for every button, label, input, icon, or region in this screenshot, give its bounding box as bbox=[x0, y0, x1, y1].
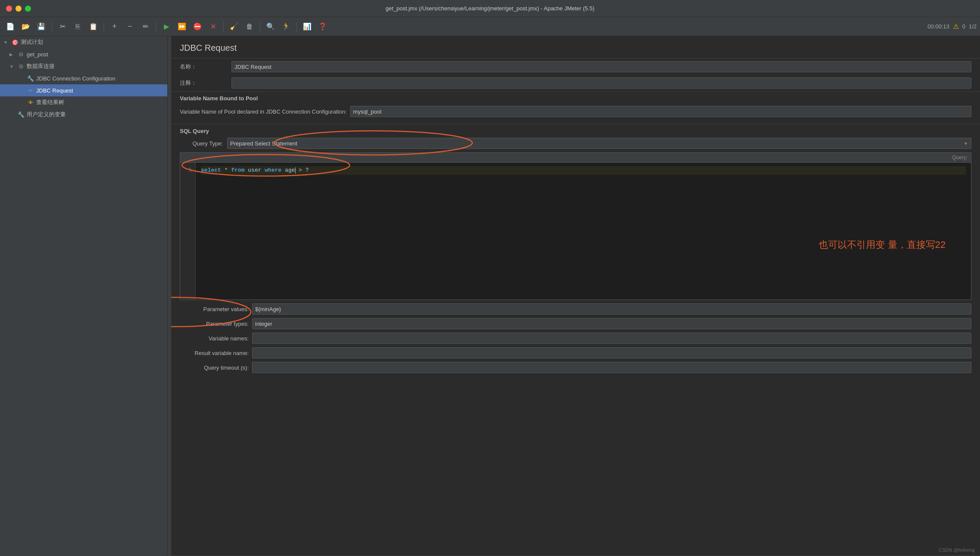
sidebar-item-jdbc-request[interactable]: ▶ ✏ JDBC Request bbox=[0, 84, 167, 96]
code-field: age bbox=[285, 166, 295, 175]
sidebar: ▼ 🎯 测试计划 ▶ ⚙ get_post ▼ ⚙ 数据库连接 ▶ 🔧 JDBC… bbox=[0, 36, 168, 556]
arrow-icon: ▼ bbox=[9, 64, 15, 69]
variable-name-title: Variable Name Bound to Pool bbox=[180, 95, 971, 102]
toolbar-right: 00:00:13 ⚠ 0 1/2 bbox=[928, 22, 977, 31]
content-area: JDBC Request 名称： 注释： Variable Name Bound… bbox=[171, 36, 980, 556]
window-controls bbox=[6, 6, 31, 12]
variable-name-section: Variable Name Bound to Pool Variable Nam… bbox=[171, 91, 980, 122]
open-button[interactable]: 📂 bbox=[19, 20, 33, 34]
title-bar: get_post.jmx (/Users/chensiyue/Learning/… bbox=[0, 0, 980, 17]
pool-input[interactable] bbox=[350, 106, 971, 117]
variable-names-input[interactable] bbox=[252, 333, 971, 344]
query-type-select-wrapper: Select StatementUpdate StatementCallable… bbox=[227, 138, 971, 149]
name-row: 名称： bbox=[171, 59, 980, 75]
warning-icon: ⚠ bbox=[953, 22, 959, 31]
parameter-types-input[interactable] bbox=[252, 318, 971, 329]
search-button[interactable]: 🔍 bbox=[264, 20, 277, 34]
kw-select: select bbox=[201, 166, 221, 175]
code-space5 bbox=[281, 166, 285, 175]
query-editor-container: Query: 1 select * from user bbox=[180, 152, 971, 300]
parameter-values-row: Parameter values: bbox=[171, 302, 980, 316]
start-no-pauses-button[interactable]: ⏩ bbox=[175, 20, 189, 34]
error-count: 0 bbox=[962, 23, 965, 30]
result-variable-label: Result variable name: bbox=[180, 350, 249, 356]
result-tree-icon: 👁 bbox=[27, 99, 34, 106]
variable-names-label: Variable names: bbox=[180, 335, 249, 342]
jdbc-config-icon: 🔧 bbox=[27, 74, 34, 82]
query-timeout-label: Query timeout (s): bbox=[180, 364, 249, 371]
cut-button[interactable]: ✂ bbox=[55, 20, 69, 34]
splitter[interactable]: ⋮ bbox=[168, 36, 171, 556]
code-table: user bbox=[248, 166, 261, 175]
timer-display: 00:00:13 bbox=[928, 23, 949, 30]
sidebar-item-label: 查看结果树 bbox=[36, 99, 64, 106]
query-timeout-row: Query timeout (s): bbox=[171, 360, 980, 375]
sidebar-item-user-vars[interactable]: ▶ 🔧 用户定义的变量 bbox=[0, 108, 167, 120]
kw-from: from bbox=[231, 166, 244, 175]
sidebar-item-result-tree[interactable]: ▶ 👁 查看结果树 bbox=[0, 96, 167, 108]
clear-button[interactable]: 🧹 bbox=[227, 20, 241, 34]
line-number-1: 1 bbox=[184, 166, 192, 175]
separator-3 bbox=[156, 22, 156, 32]
minimize-button[interactable] bbox=[15, 6, 22, 12]
add-button[interactable]: + bbox=[108, 20, 121, 34]
parameter-values-input[interactable] bbox=[252, 303, 971, 315]
pool-label: Variable Name of Pool declared in JDBC C… bbox=[180, 108, 347, 115]
code-space bbox=[221, 166, 225, 175]
code-line-1: select * from user where age bbox=[201, 166, 966, 175]
paste-button[interactable]: 📋 bbox=[86, 20, 100, 34]
edit-button[interactable]: ✏ bbox=[139, 20, 152, 34]
sidebar-item-label: JDBC Connection Configuration bbox=[36, 75, 115, 82]
sidebar-item-jdbc-config[interactable]: ▶ 🔧 JDBC Connection Configuration bbox=[0, 72, 167, 84]
pool-row: Variable Name of Pool declared in JDBC C… bbox=[180, 104, 971, 119]
sidebar-item-label: 测试计划 bbox=[21, 38, 43, 46]
get-post-icon: ⚙ bbox=[17, 50, 25, 58]
clear-all-button[interactable]: 🗑 bbox=[243, 20, 256, 34]
parameter-values-label: Parameter values: bbox=[180, 306, 249, 312]
code-space2 bbox=[228, 166, 231, 175]
comment-input[interactable] bbox=[231, 77, 971, 89]
result-variable-row: Result variable name: bbox=[171, 346, 980, 360]
help-button[interactable]: ❓ bbox=[316, 20, 330, 34]
jdbc-request-icon: ✏ bbox=[27, 86, 34, 94]
run-button[interactable]: ▶ bbox=[160, 20, 173, 34]
maximize-button[interactable] bbox=[25, 6, 31, 12]
sidebar-item-label: 用户定义的变量 bbox=[27, 111, 66, 118]
remote-button[interactable]: 🏃 bbox=[279, 20, 293, 34]
sql-section-title: SQL Query bbox=[171, 124, 980, 136]
separator-6 bbox=[296, 22, 297, 32]
arrow-icon: ▶ bbox=[9, 52, 15, 57]
run-ratio: 1/2 bbox=[969, 23, 977, 30]
sidebar-item-db-connection[interactable]: ▼ ⚙ 数据库连接 bbox=[0, 60, 167, 72]
query-type-row: Query Type: Select StatementUpdate State… bbox=[171, 136, 980, 151]
name-label: 名称： bbox=[180, 63, 231, 71]
sidebar-item-test-plan[interactable]: ▼ 🎯 测试计划 bbox=[0, 36, 167, 48]
sidebar-item-label: 数据库连接 bbox=[27, 62, 55, 70]
result-variable-input[interactable] bbox=[252, 347, 971, 358]
save-button[interactable]: 💾 bbox=[34, 20, 48, 34]
variable-names-row: Variable names: bbox=[171, 331, 980, 346]
db-icon: ⚙ bbox=[17, 62, 25, 70]
panel-title: JDBC Request bbox=[171, 36, 980, 59]
close-button[interactable] bbox=[6, 6, 12, 12]
sidebar-item-get-post[interactable]: ▶ ⚙ get_post bbox=[0, 48, 167, 60]
kw-where: where bbox=[265, 166, 281, 175]
separator-1 bbox=[52, 22, 52, 32]
query-timeout-input[interactable] bbox=[252, 362, 971, 373]
stop-button[interactable]: ⛔ bbox=[191, 20, 204, 34]
user-vars-icon: 🔧 bbox=[17, 111, 25, 118]
code-area[interactable]: select * from user where age bbox=[196, 163, 971, 300]
remove-button[interactable]: − bbox=[123, 20, 137, 34]
main-layout: ▼ 🎯 测试计划 ▶ ⚙ get_post ▼ ⚙ 数据库连接 ▶ 🔧 JDBC… bbox=[0, 36, 980, 556]
separator-5 bbox=[260, 22, 260, 32]
copy-button[interactable]: ⎘ bbox=[71, 20, 85, 34]
query-type-select[interactable]: Select StatementUpdate StatementCallable… bbox=[227, 138, 971, 149]
sidebar-item-label: get_post bbox=[27, 51, 48, 58]
name-input[interactable] bbox=[231, 61, 971, 72]
test-plan-icon: 🎯 bbox=[11, 38, 19, 46]
new-button[interactable]: 📄 bbox=[3, 20, 17, 34]
shutdown-button[interactable]: ✕ bbox=[206, 20, 220, 34]
function-helper-button[interactable]: 📊 bbox=[300, 20, 314, 34]
sidebar-item-label: JDBC Request bbox=[36, 87, 73, 94]
separator-4 bbox=[223, 22, 224, 32]
